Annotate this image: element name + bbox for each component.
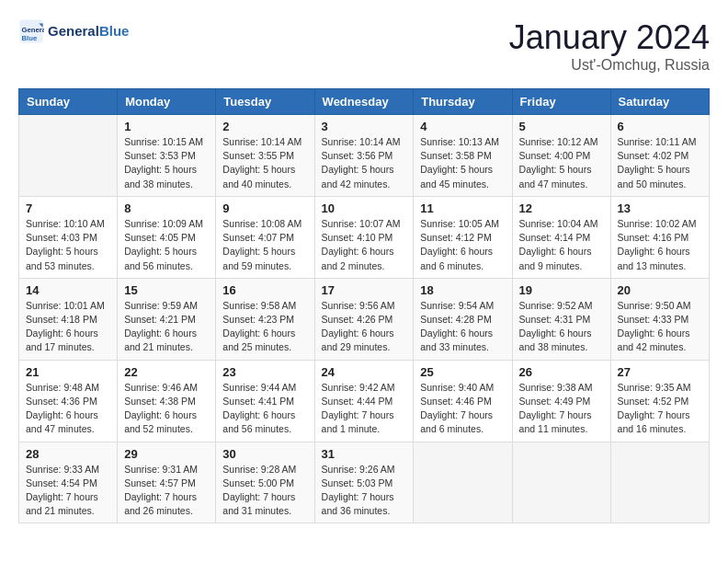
calendar-cell: 15Sunrise: 9:59 AMSunset: 4:21 PMDayligh… [118,278,216,360]
day-info: Sunrise: 9:46 AMSunset: 4:38 PMDaylight:… [124,381,209,437]
day-info: Sunrise: 10:01 AMSunset: 4:18 PMDaylight… [26,299,110,355]
day-number: 22 [124,365,209,379]
weekday-header-row: SundayMondayTuesdayWednesdayThursdayFrid… [19,89,710,115]
day-number: 3 [322,120,407,133]
calendar-cell [610,442,709,523]
day-info: Sunrise: 9:42 AMSunset: 4:44 PMDaylight:… [322,381,407,437]
day-info: Sunrise: 10:15 AMSunset: 3:53 PMDaylight… [124,135,209,191]
day-number: 4 [420,120,505,133]
weekday-header-sunday: Sunday [19,89,118,115]
week-row-2: 7Sunrise: 10:10 AMSunset: 4:03 PMDayligh… [19,196,710,278]
day-number: 24 [322,365,407,379]
day-info: Sunrise: 9:26 AMSunset: 5:03 PMDaylight:… [322,463,407,519]
calendar-cell: 19Sunrise: 9:52 AMSunset: 4:31 PMDayligh… [512,278,610,360]
calendar-cell: 2Sunrise: 10:14 AMSunset: 3:55 PMDayligh… [216,115,314,197]
day-info: Sunrise: 10:10 AMSunset: 4:03 PMDaylight… [26,217,110,273]
day-info: Sunrise: 9:28 AMSunset: 5:00 PMDaylight:… [222,463,307,519]
day-number: 9 [222,201,307,215]
week-row-3: 14Sunrise: 10:01 AMSunset: 4:18 PMDaylig… [19,278,710,360]
calendar-cell: 14Sunrise: 10:01 AMSunset: 4:18 PMDaylig… [19,278,118,360]
weekday-header-saturday: Saturday [610,89,709,115]
week-row-5: 28Sunrise: 9:33 AMSunset: 4:54 PMDayligh… [19,442,710,523]
calendar-cell: 29Sunrise: 9:31 AMSunset: 4:57 PMDayligh… [118,442,216,523]
day-number: 30 [222,447,307,461]
day-info: Sunrise: 10:07 AMSunset: 4:10 PMDaylight… [322,217,407,273]
day-info: Sunrise: 10:14 AMSunset: 3:55 PMDaylight… [222,135,307,191]
day-info: Sunrise: 10:14 AMSunset: 3:56 PMDaylight… [322,135,407,191]
day-number: 28 [26,447,110,461]
title-block: January 2024 Ust'-Omchug, Russia [509,18,710,74]
page-header: General Blue GeneralBlue January 2024 Us… [18,18,710,74]
calendar-cell: 30Sunrise: 9:28 AMSunset: 5:00 PMDayligh… [216,442,314,523]
calendar-cell: 17Sunrise: 9:56 AMSunset: 4:26 PMDayligh… [314,278,414,360]
day-info: Sunrise: 9:50 AMSunset: 4:33 PMDaylight:… [618,299,702,355]
calendar-cell: 24Sunrise: 9:42 AMSunset: 4:44 PMDayligh… [314,360,414,442]
day-number: 19 [519,283,604,297]
day-number: 10 [322,201,407,215]
calendar-cell: 9Sunrise: 10:08 AMSunset: 4:07 PMDayligh… [216,196,314,278]
day-info: Sunrise: 9:40 AMSunset: 4:46 PMDaylight:… [420,381,505,437]
calendar-cell: 13Sunrise: 10:02 AMSunset: 4:16 PMDaylig… [610,196,709,278]
day-info: Sunrise: 10:08 AMSunset: 4:07 PMDaylight… [222,217,307,273]
day-info: Sunrise: 10:13 AMSunset: 3:58 PMDaylight… [420,135,505,191]
day-number: 1 [124,120,209,133]
day-number: 27 [618,365,702,379]
day-info: Sunrise: 10:05 AMSunset: 4:12 PMDaylight… [420,217,505,273]
day-number: 6 [618,120,702,133]
calendar-cell: 23Sunrise: 9:44 AMSunset: 4:41 PMDayligh… [216,360,314,442]
day-number: 2 [222,120,307,133]
day-info: Sunrise: 10:09 AMSunset: 4:05 PMDaylight… [124,217,209,273]
calendar-cell: 12Sunrise: 10:04 AMSunset: 4:14 PMDaylig… [512,196,610,278]
calendar-cell: 1Sunrise: 10:15 AMSunset: 3:53 PMDayligh… [118,115,216,197]
day-info: Sunrise: 9:44 AMSunset: 4:41 PMDaylight:… [222,381,307,437]
logo-icon: General Blue [18,18,44,44]
day-number: 15 [124,283,209,297]
weekday-header-wednesday: Wednesday [314,89,414,115]
weekday-header-tuesday: Tuesday [216,89,314,115]
day-info: Sunrise: 10:02 AMSunset: 4:16 PMDaylight… [618,217,702,273]
logo-blue: Blue [99,23,130,39]
day-number: 18 [420,283,505,297]
day-number: 20 [618,283,702,297]
day-info: Sunrise: 10:12 AMSunset: 4:00 PMDaylight… [519,135,604,191]
calendar-cell: 3Sunrise: 10:14 AMSunset: 3:56 PMDayligh… [314,115,414,197]
day-number: 11 [420,201,505,215]
day-number: 12 [519,201,604,215]
calendar-cell: 21Sunrise: 9:48 AMSunset: 4:36 PMDayligh… [19,360,118,442]
logo: General Blue GeneralBlue [18,18,129,44]
weekday-header-friday: Friday [512,89,610,115]
calendar-cell: 22Sunrise: 9:46 AMSunset: 4:38 PMDayligh… [118,360,216,442]
weekday-header-thursday: Thursday [414,89,512,115]
calendar-cell: 7Sunrise: 10:10 AMSunset: 4:03 PMDayligh… [19,196,118,278]
calendar-cell: 25Sunrise: 9:40 AMSunset: 4:46 PMDayligh… [414,360,512,442]
day-info: Sunrise: 9:31 AMSunset: 4:57 PMDaylight:… [124,463,209,519]
location-subtitle: Ust'-Omchug, Russia [509,57,710,74]
calendar-cell [19,115,118,197]
calendar-cell [512,442,610,523]
month-title: January 2024 [509,18,710,57]
calendar-cell: 5Sunrise: 10:12 AMSunset: 4:00 PMDayligh… [512,115,610,197]
calendar-cell: 28Sunrise: 9:33 AMSunset: 4:54 PMDayligh… [19,442,118,523]
calendar-cell: 8Sunrise: 10:09 AMSunset: 4:05 PMDayligh… [118,196,216,278]
week-row-1: 1Sunrise: 10:15 AMSunset: 3:53 PMDayligh… [19,115,710,197]
day-info: Sunrise: 9:58 AMSunset: 4:23 PMDaylight:… [222,299,307,355]
day-number: 7 [26,201,110,215]
week-row-4: 21Sunrise: 9:48 AMSunset: 4:36 PMDayligh… [19,360,710,442]
calendar-cell: 20Sunrise: 9:50 AMSunset: 4:33 PMDayligh… [610,278,709,360]
day-info: Sunrise: 9:48 AMSunset: 4:36 PMDaylight:… [26,381,110,437]
day-number: 13 [618,201,702,215]
day-number: 17 [322,283,407,297]
day-number: 21 [26,365,110,379]
day-number: 29 [124,447,209,461]
day-number: 8 [124,201,209,215]
day-info: Sunrise: 9:52 AMSunset: 4:31 PMDaylight:… [519,299,604,355]
day-number: 16 [222,283,307,297]
day-info: Sunrise: 9:33 AMSunset: 4:54 PMDaylight:… [26,463,110,519]
calendar-table: SundayMondayTuesdayWednesdayThursdayFrid… [18,88,710,523]
calendar-cell: 16Sunrise: 9:58 AMSunset: 4:23 PMDayligh… [216,278,314,360]
calendar-cell: 4Sunrise: 10:13 AMSunset: 3:58 PMDayligh… [414,115,512,197]
svg-text:General: General [22,26,45,34]
day-info: Sunrise: 9:38 AMSunset: 4:49 PMDaylight:… [519,381,604,437]
day-info: Sunrise: 9:54 AMSunset: 4:28 PMDaylight:… [420,299,505,355]
calendar-cell: 31Sunrise: 9:26 AMSunset: 5:03 PMDayligh… [314,442,414,523]
